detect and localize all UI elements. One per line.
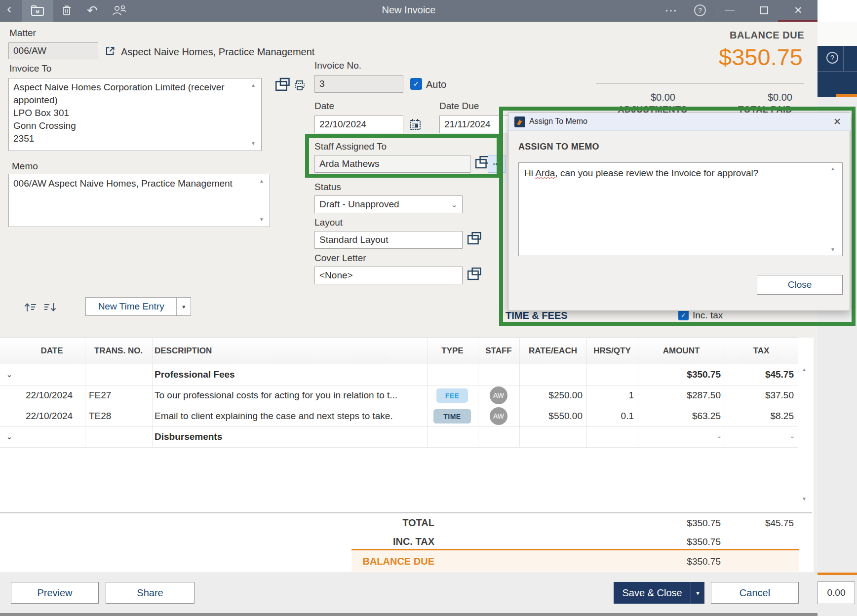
share-button[interactable]: Share <box>106 582 195 604</box>
row-te28-trans[interactable]: TE28 <box>89 411 111 422</box>
maximize-icon[interactable] <box>760 6 768 14</box>
invoice-to-value: Aspect Naive Homes Corporation Limited (… <box>13 81 248 145</box>
row-te28-description[interactable]: Email to client explaining the case and … <box>155 411 393 422</box>
calendar-icon[interactable] <box>408 117 422 131</box>
dialog-close-icon[interactable]: ✕ <box>833 116 841 127</box>
memo-message-textarea[interactable]: Hi Arda, can you please review the Invoi… <box>518 162 843 256</box>
browse-cover-letter-icon[interactable] <box>467 270 477 280</box>
invoice-to-textarea[interactable]: Aspect Naive Homes Corporation Limited (… <box>8 78 262 151</box>
row-te28-type-badge[interactable]: TIME <box>433 409 471 424</box>
background-accent <box>836 94 857 97</box>
column-header-trans-no[interactable]: TRANS. NO. <box>85 338 152 364</box>
row-fe27-description[interactable]: To our professional costs for acting for… <box>155 390 397 401</box>
group-disb-label[interactable]: Disbursements <box>155 426 222 447</box>
dialog-close-button[interactable]: Close <box>757 275 843 295</box>
background-amount-field: 0.00 <box>818 581 855 604</box>
new-time-entry-label: New Time Entry <box>86 298 176 315</box>
date-due-label: Date Due <box>439 101 479 112</box>
save-close-button[interactable]: Save & Close ▾ <box>614 582 704 604</box>
invoice-no-input[interactable]: 3 <box>314 75 403 93</box>
memo-message-marked: Arda, <box>535 168 557 178</box>
column-header-description[interactable]: DESCRIPTION <box>155 338 212 364</box>
row-fe27-qty[interactable]: 1 <box>628 390 634 401</box>
sort-ascending-icon[interactable] <box>23 300 38 314</box>
background-help-icon[interactable]: ? <box>826 52 838 64</box>
assign-memo-dialog: Assign To Memo ✕ ASSIGN TO MEMO Hi Arda,… <box>508 113 850 311</box>
scroll-down-icon[interactable]: ▼ <box>251 141 256 146</box>
date-due-value: 21/11/2024 <box>444 119 491 130</box>
row-te28-qty[interactable]: 0.1 <box>621 411 634 422</box>
collapse-group-icon[interactable]: ⌄ <box>0 426 19 447</box>
total-paid-value: $0.00 <box>768 92 792 103</box>
dialog-scroll-down-icon[interactable]: ▼ <box>830 247 835 252</box>
matter-label: Matter <box>9 28 36 38</box>
row-fe27-tax[interactable]: $37.50 <box>765 390 794 401</box>
row-fe27-trans[interactable]: FE27 <box>89 390 111 401</box>
column-header-hrs-qty[interactable]: HRS/QTY <box>586 338 638 364</box>
row-fe27-date[interactable]: 22/10/2024 <box>26 390 80 401</box>
dialog-title: Assign To Memo <box>529 117 587 126</box>
cover-letter-input[interactable]: <None> <box>314 267 463 284</box>
invoice-to-label: Invoice To <box>9 63 51 74</box>
save-close-dropdown[interactable]: ▾ <box>691 582 704 604</box>
close-icon[interactable]: ✕ <box>794 4 803 16</box>
row-te28-staff-avatar[interactable]: AW <box>490 407 507 425</box>
matter-input[interactable]: 006/AW <box>8 42 98 59</box>
table-scrollbar[interactable] <box>798 338 798 512</box>
column-header-rate-each[interactable]: RATE/EACH <box>519 338 586 364</box>
matter-value: 006/AW <box>13 45 46 56</box>
scroll-up-icon[interactable]: ▲ <box>251 83 256 88</box>
row-te28-date[interactable]: 22/10/2024 <box>26 411 73 422</box>
print-icon[interactable] <box>293 79 306 92</box>
help-icon[interactable]: ? <box>694 4 706 16</box>
layout-value: Standard Layout <box>319 234 388 245</box>
column-header-tax[interactable]: TAX <box>725 338 798 364</box>
open-matter-icon[interactable] <box>105 45 116 56</box>
memo-scroll-down-icon[interactable]: ▼ <box>259 217 264 222</box>
minimize-icon[interactable]: — <box>725 4 735 15</box>
grid-line <box>725 338 725 447</box>
memo-scroll-up-icon[interactable]: ▲ <box>259 179 264 184</box>
new-time-entry-button[interactable]: New Time Entry ▾ <box>85 297 191 316</box>
new-time-entry-dropdown[interactable]: ▾ <box>176 298 191 315</box>
date-label: Date <box>314 101 334 112</box>
layout-input[interactable]: Standard Layout <box>314 231 463 249</box>
dialog-scroll-up-icon[interactable]: ▲ <box>830 166 835 171</box>
annotation-staff-assigned <box>305 134 501 178</box>
date-input[interactable]: 22/10/2024 <box>314 116 403 133</box>
row-fe27-amount[interactable]: $287.50 <box>687 390 721 401</box>
table-scroll-down-icon[interactable]: ▼ <box>802 497 807 501</box>
status-dropdown[interactable]: Draft - Unapproved ⌄ <box>314 195 463 213</box>
auto-label: Auto <box>426 79 446 90</box>
auto-checkbox[interactable]: ✓ <box>410 78 422 90</box>
group-fees-tax: $45.75 <box>765 369 794 380</box>
row-te28-amount[interactable]: $63.25 <box>692 411 721 422</box>
memo-textarea[interactable]: 006/AW Aspect Naive Homes, Practice Mana… <box>8 174 270 227</box>
grid-line <box>638 338 638 447</box>
collapse-group-icon[interactable]: ⌄ <box>0 364 19 385</box>
column-header-date[interactable]: DATE <box>19 338 85 364</box>
browse-invoice-to-icon[interactable] <box>275 81 285 91</box>
memo-label: Memo <box>12 161 38 172</box>
browse-layout-icon[interactable] <box>467 235 477 245</box>
balance-due-amount: $350.75 <box>719 43 803 71</box>
cancel-button[interactable]: Cancel <box>711 582 799 604</box>
row-fe27-staff-avatar[interactable]: AW <box>490 386 507 404</box>
column-header-amount[interactable]: AMOUNT <box>638 338 725 364</box>
row-te28-tax[interactable]: $8.25 <box>770 411 794 422</box>
group-fees-amount: $350.75 <box>687 369 721 380</box>
background-grid-line-v <box>843 46 844 71</box>
row-te28-rate[interactable]: $550.00 <box>548 411 583 422</box>
total-label: TOTAL <box>402 517 434 529</box>
row-fe27-type-badge[interactable]: FEE <box>436 388 468 403</box>
group-fees-label[interactable]: Professional Fees <box>155 364 235 385</box>
group-disb-tax: - <box>791 431 794 442</box>
preview-button[interactable]: Preview <box>11 582 99 604</box>
more-options-icon[interactable]: ⋯ <box>664 3 677 18</box>
column-header-type[interactable]: TYPE <box>427 338 478 364</box>
row-divider <box>0 406 798 406</box>
table-scroll-up-icon[interactable]: ▲ <box>802 367 807 372</box>
sort-descending-icon[interactable] <box>42 300 57 314</box>
row-fe27-rate[interactable]: $250.00 <box>548 390 583 401</box>
column-header-staff[interactable]: STAFF <box>478 338 519 364</box>
